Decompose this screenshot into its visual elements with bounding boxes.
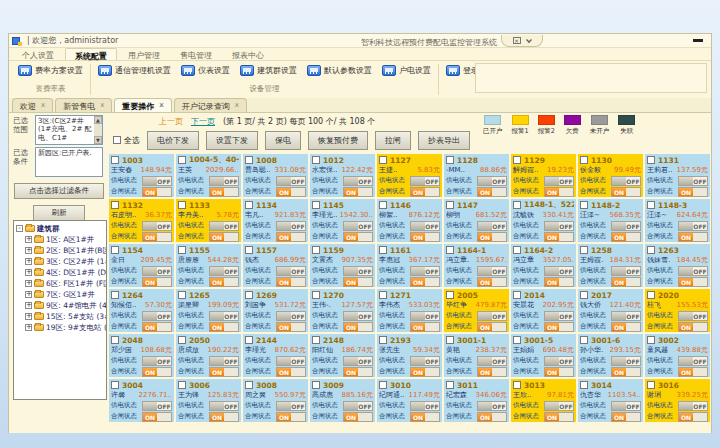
room-checkbox[interactable] xyxy=(312,156,320,164)
switch-toggle[interactable]: ON xyxy=(410,367,440,377)
switch-toggle[interactable]: ON xyxy=(343,187,373,197)
supply-toggle[interactable]: OFF xyxy=(276,311,306,321)
switch-toggle[interactable]: ON xyxy=(544,367,574,377)
switch-toggle[interactable]: ON xyxy=(343,412,373,422)
room-checkbox[interactable] xyxy=(513,381,521,389)
room-checkbox[interactable] xyxy=(446,156,454,164)
room-checkbox[interactable] xyxy=(580,291,588,299)
room-checkbox[interactable] xyxy=(647,291,655,299)
switch-toggle[interactable]: ON xyxy=(209,277,239,287)
supply-toggle[interactable]: OFF xyxy=(611,401,641,411)
supply-toggle[interactable]: OFF xyxy=(142,401,172,411)
close-icon[interactable]: x xyxy=(100,101,104,109)
supply-toggle[interactable]: OFF xyxy=(544,401,574,411)
room-checkbox[interactable] xyxy=(111,381,119,389)
switch-toggle[interactable]: ON xyxy=(678,367,708,377)
switch-toggle[interactable]: ON xyxy=(142,367,172,377)
supply-toggle[interactable]: OFF xyxy=(343,356,373,366)
doc-tab[interactable]: 欢迎x xyxy=(12,98,53,112)
tree-item[interactable]: +7区: G区1#井 xyxy=(16,289,106,300)
expand-icon[interactable]: + xyxy=(25,247,32,254)
switch-toggle[interactable]: ON xyxy=(343,322,373,332)
switch-toggle[interactable]: ON xyxy=(544,232,574,242)
supply-toggle[interactable]: OFF xyxy=(477,356,507,366)
action-button[interactable]: 设置下发 xyxy=(206,131,258,150)
supply-toggle[interactable]: OFF xyxy=(276,176,306,186)
tree-item[interactable]: +6区: F区1#井 (F区 xyxy=(16,278,106,289)
switch-toggle[interactable]: ON xyxy=(410,322,440,332)
switch-toggle[interactable]: ON xyxy=(611,412,641,422)
switch-toggle[interactable]: ON xyxy=(410,232,440,242)
action-button[interactable]: 拉闸 xyxy=(375,131,411,150)
room-checkbox[interactable] xyxy=(446,291,454,299)
room-checkbox[interactable] xyxy=(647,381,655,389)
room-checkbox[interactable] xyxy=(647,246,655,254)
ribbon-button[interactable]: 建筑群设置 xyxy=(238,64,299,77)
room-checkbox[interactable] xyxy=(513,156,521,164)
supply-toggle[interactable]: OFF xyxy=(410,311,440,321)
choose-filter-button[interactable]: 点击选择过滤条件 xyxy=(14,183,104,199)
switch-toggle[interactable]: ON xyxy=(477,412,507,422)
room-checkbox[interactable] xyxy=(580,201,588,209)
expand-icon[interactable]: + xyxy=(25,258,32,265)
switch-toggle[interactable]: ON xyxy=(209,187,239,197)
room-checkbox[interactable] xyxy=(513,201,521,209)
selected-range-listbox[interactable]: 3区:(C区2#井 (1#充电、2# 配电、C1# ▲ ▼ xyxy=(35,115,103,145)
tree-item[interactable]: +2区: B区1#井(B区1 xyxy=(16,245,106,256)
select-all-checkbox[interactable] xyxy=(113,136,121,144)
room-checkbox[interactable] xyxy=(245,201,253,209)
room-checkbox[interactable] xyxy=(513,246,521,254)
ribbon-collapse-control[interactable]: × xyxy=(501,35,543,47)
doc-tab[interactable]: 开户记录查询x xyxy=(174,98,247,112)
switch-toggle[interactable]: ON xyxy=(142,277,172,287)
supply-toggle[interactable]: OFF xyxy=(410,266,440,276)
room-checkbox[interactable] xyxy=(647,156,655,164)
switch-toggle[interactable]: ON xyxy=(142,187,172,197)
room-checkbox[interactable] xyxy=(312,291,320,299)
supply-toggle[interactable]: OFF xyxy=(477,221,507,231)
room-checkbox[interactable] xyxy=(580,381,588,389)
expand-icon[interactable]: + xyxy=(25,269,32,276)
supply-toggle[interactable]: OFF xyxy=(477,311,507,321)
scroll-down-icon[interactable]: ▼ xyxy=(94,136,102,144)
supply-toggle[interactable]: OFF xyxy=(477,176,507,186)
tree-item[interactable]: +19区: 9#支电站 (2 xyxy=(16,322,106,333)
supply-toggle[interactable]: OFF xyxy=(678,311,708,321)
supply-toggle[interactable]: OFF xyxy=(410,356,440,366)
supply-toggle[interactable]: OFF xyxy=(142,266,172,276)
refresh-button[interactable]: 刷新 xyxy=(33,205,85,221)
supply-toggle[interactable]: OFF xyxy=(678,221,708,231)
supply-toggle[interactable]: OFF xyxy=(142,221,172,231)
switch-toggle[interactable]: ON xyxy=(477,322,507,332)
room-checkbox[interactable] xyxy=(245,156,253,164)
supply-toggle[interactable]: OFF xyxy=(276,401,306,411)
switch-toggle[interactable]: ON xyxy=(544,277,574,287)
switch-toggle[interactable]: ON xyxy=(544,322,574,332)
switch-toggle[interactable]: ON xyxy=(209,412,239,422)
room-checkbox[interactable] xyxy=(178,156,186,164)
switch-toggle[interactable]: ON xyxy=(276,187,306,197)
supply-toggle[interactable]: OFF xyxy=(343,266,373,276)
room-checkbox[interactable] xyxy=(580,156,588,164)
switch-toggle[interactable]: ON xyxy=(477,187,507,197)
action-button[interactable]: 抄表导出 xyxy=(418,131,470,150)
room-checkbox[interactable] xyxy=(312,336,320,344)
switch-toggle[interactable]: ON xyxy=(678,187,708,197)
room-checkbox[interactable] xyxy=(513,336,521,344)
room-checkbox[interactable] xyxy=(312,381,320,389)
room-checkbox[interactable] xyxy=(647,336,655,344)
supply-toggle[interactable]: OFF xyxy=(611,176,641,186)
switch-toggle[interactable]: ON xyxy=(410,412,440,422)
supply-toggle[interactable]: OFF xyxy=(678,266,708,276)
tree-item[interactable]: +15区: 5#支站 (3#) xyxy=(16,311,106,322)
supply-toggle[interactable]: OFF xyxy=(678,356,708,366)
doc-tab[interactable]: 新管售电x xyxy=(55,98,112,112)
room-checkbox[interactable] xyxy=(178,381,186,389)
room-checkbox[interactable] xyxy=(446,246,454,254)
tree-item[interactable]: +9区: 4#馆电井 (4# xyxy=(16,300,106,311)
room-checkbox[interactable] xyxy=(379,291,387,299)
supply-toggle[interactable]: OFF xyxy=(142,356,172,366)
ribbon-tab[interactable]: 系统配置 xyxy=(65,48,117,60)
switch-toggle[interactable]: ON xyxy=(544,187,574,197)
supply-toggle[interactable]: OFF xyxy=(343,176,373,186)
